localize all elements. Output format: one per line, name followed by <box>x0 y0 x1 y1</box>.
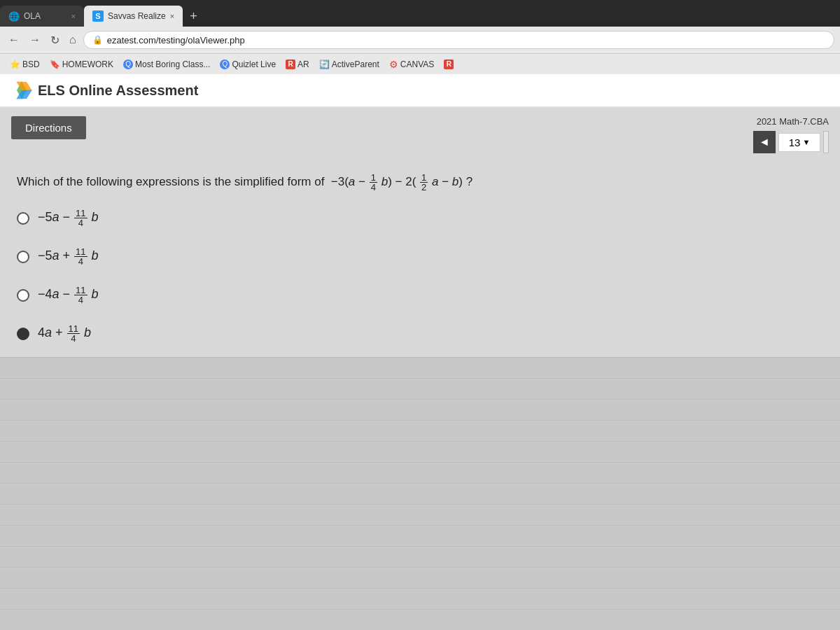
option-c-radio[interactable] <box>17 289 29 302</box>
frac-11-4-c: 11 4 <box>74 286 87 304</box>
bookmark-homework[interactable]: 🔖 HOMEWORK <box>46 58 118 71</box>
page-content: ELS Online Assessment Directions 2021 Ma… <box>0 74 840 630</box>
tab-savvas[interactable]: S Savvas Realize × <box>84 6 183 27</box>
bsd-icon: ⭐ <box>10 59 20 69</box>
bookmark-canvas-label: CANVAS <box>400 59 434 69</box>
most-boring-icon: Q <box>123 59 133 69</box>
frac-11-4-a: 11 4 <box>74 209 87 227</box>
top-bar: Directions 2021 Math-7.CBA ◄ 13 ▼ <box>0 108 840 159</box>
question-text: Which of the following expressions is th… <box>17 173 823 192</box>
canvas-icon: ⚙ <box>389 59 398 70</box>
els-logo <box>11 80 32 101</box>
bookmark-quizlet[interactable]: Q Quizlet Live <box>216 58 280 71</box>
directions-button[interactable]: Directions <box>11 116 86 139</box>
prev-question-button[interactable]: ◄ <box>753 131 776 153</box>
question-info: 2021 Math-7.CBA ◄ 13 ▼ <box>753 116 829 153</box>
address-text: ezatest.com/testing/olaViewer.php <box>107 35 825 46</box>
app-title: ELS Online Assessment <box>38 83 198 99</box>
bookmark-most-boring[interactable]: Q Most Boring Class... <box>119 58 214 71</box>
frac-1-4: 1 4 <box>370 173 377 192</box>
r2-icon: R <box>444 59 454 69</box>
option-b-radio[interactable] <box>17 251 29 263</box>
assessment-area: Directions 2021 Math-7.CBA ◄ 13 ▼ Which … <box>0 108 840 357</box>
question-number: 13 <box>789 136 801 148</box>
tab-bar: 🌐 OLA × S Savvas Realize × + <box>0 0 840 27</box>
bookmark-quizlet-label: Quizlet Live <box>232 59 276 69</box>
bookmarks-bar: ⭐ BSD 🔖 HOMEWORK Q Most Boring Class... … <box>0 53 840 74</box>
bookmark-activeparent-label: ActiveParent <box>332 59 379 69</box>
tab-savvas-label: Savvas Realize <box>108 11 166 21</box>
question-content: Which of the following expressions is th… <box>0 159 840 357</box>
option-c: −4a − 11 4 b <box>17 286 823 304</box>
frac-11-4-d: 11 4 <box>67 324 80 343</box>
bookmark-most-boring-label: Most Boring Class... <box>135 59 210 69</box>
question-nav: ◄ 13 ▼ <box>753 131 829 153</box>
address-bar[interactable]: 🔒 ezatest.com/testing/olaViewer.php <box>83 31 834 49</box>
option-d-text: 4a + 11 4 b <box>38 324 91 343</box>
option-b: −5a + 11 4 b <box>17 247 823 266</box>
homework-icon: 🔖 <box>50 59 60 69</box>
bookmark-ar-label: AR <box>298 59 309 69</box>
tab-savvas-icon: S <box>92 10 104 22</box>
forward-button[interactable]: → <box>27 32 43 48</box>
address-bar-row: ← → ↻ ⌂ 🔒 ezatest.com/testing/olaViewer.… <box>0 27 840 53</box>
right-bracket <box>823 131 829 153</box>
option-b-text: −5a + 11 4 b <box>38 247 99 266</box>
quizlet-icon: Q <box>220 59 230 69</box>
bookmark-activeparent[interactable]: 🔄 ActiveParent <box>315 58 384 71</box>
bookmark-ar[interactable]: R AR <box>281 58 314 71</box>
lock-icon: 🔒 <box>92 35 103 45</box>
back-button[interactable]: ← <box>6 32 22 48</box>
option-d-radio[interactable] <box>17 328 29 340</box>
option-a-radio[interactable] <box>17 212 29 225</box>
assessment-name-label: 2021 Math-7.CBA <box>753 116 829 127</box>
activeparent-icon: 🔄 <box>319 59 330 69</box>
bookmark-r2[interactable]: R <box>440 58 458 71</box>
frac-11-4-b: 11 4 <box>74 247 87 266</box>
new-tab-button[interactable]: + <box>183 6 204 27</box>
bookmark-bsd[interactable]: ⭐ BSD <box>6 58 44 71</box>
home-button[interactable]: ⌂ <box>66 32 79 48</box>
option-c-text: −4a − 11 4 b <box>38 286 99 304</box>
els-header: ELS Online Assessment <box>0 74 840 108</box>
tab-ola-label: OLA <box>24 11 41 21</box>
option-d: 4a + 11 4 b <box>17 324 823 343</box>
tab-ola-close[interactable]: × <box>71 12 76 20</box>
tab-ola-icon: 🌐 <box>8 11 20 22</box>
ar-icon: R <box>286 59 295 69</box>
option-a: −5a − 11 4 b <box>17 209 823 227</box>
dropdown-arrow-icon: ▼ <box>802 138 810 146</box>
tab-savvas-close[interactable]: × <box>170 12 174 20</box>
browser-chrome: 🌐 OLA × S Savvas Realize × + ← → ↻ ⌂ 🔒 e… <box>0 0 840 74</box>
option-a-text: −5a − 11 4 b <box>38 209 99 227</box>
bookmark-bsd-label: BSD <box>22 59 40 69</box>
bookmark-homework-label: HOMEWORK <box>62 59 113 69</box>
frac-1-2: 1 2 <box>420 173 428 192</box>
answer-options: −5a − 11 4 b −5a + 11 <box>17 209 823 343</box>
bookmark-canvas[interactable]: ⚙ CANVAS <box>385 57 438 71</box>
question-number-button[interactable]: 13 ▼ <box>778 133 820 152</box>
reload-button[interactable]: ↻ <box>48 32 62 48</box>
tab-ola[interactable]: 🌐 OLA × <box>0 6 84 27</box>
